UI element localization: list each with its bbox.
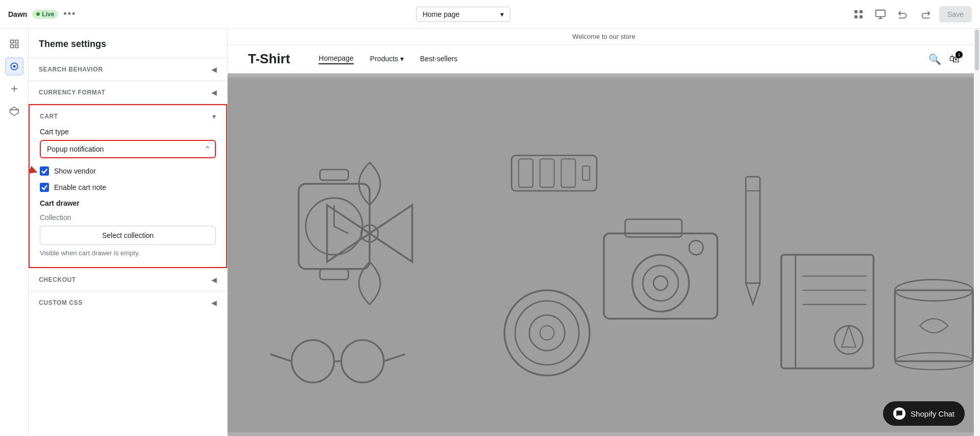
store-logo: T-Shirt (248, 51, 290, 67)
svg-rect-1 (860, 10, 863, 13)
topbar: Dawn Live ••• Home page ▾ Save (0, 0, 980, 29)
enable-cart-note-row: Enable cart note (40, 183, 216, 192)
save-button[interactable]: Save (939, 6, 972, 22)
show-vendor-checkbox[interactable] (40, 166, 49, 176)
svg-rect-5 (10, 40, 13, 43)
chat-bubble-icon (893, 407, 905, 420)
search-behavior-label: SEARCH BEHAVIOR (39, 66, 103, 73)
topbar-center: Home page ▾ (82, 7, 844, 22)
show-vendor-row: Show vendor (40, 166, 216, 176)
cart-type-select[interactable]: Popup notification Page Drawer (40, 140, 216, 158)
show-vendor-label: Show vendor (54, 167, 96, 175)
main-layout: Theme settings SEARCH BEHAVIOR ◀ CURRENC… (0, 29, 980, 436)
svg-rect-3 (860, 15, 863, 18)
more-button[interactable]: ••• (63, 9, 76, 19)
icon-rail (0, 29, 29, 436)
section-custom-css[interactable]: CUSTOM CSS ◀ (29, 292, 227, 314)
page-selector[interactable]: Home page ▾ (416, 7, 510, 22)
svg-rect-6 (15, 40, 18, 43)
chevron-down-icon: ▾ (500, 10, 504, 18)
hint-text: Visible when cart drawer is empty. (40, 249, 216, 257)
nav-right: 🔍 🛍 1 (928, 53, 960, 65)
enable-cart-note-label: Enable cart note (54, 183, 106, 191)
topbar-right: Save (850, 6, 972, 23)
cart-label: CART (40, 113, 58, 120)
preview-scrollbar[interactable] (974, 29, 980, 436)
cart-drawer-label: Cart drawer (40, 199, 216, 207)
settings-panel: Theme settings SEARCH BEHAVIOR ◀ CURRENC… (29, 29, 228, 436)
search-behavior-chevron: ◀ (211, 65, 217, 74)
grid-select-icon[interactable] (850, 6, 867, 22)
svg-rect-0 (854, 10, 857, 13)
checkout-label: CHECKOUT (39, 276, 76, 283)
enable-cart-note-checkbox[interactable] (40, 183, 49, 192)
cart-button[interactable]: 🛍 1 (949, 53, 960, 65)
page-select-value: Home page (423, 10, 459, 18)
live-label: Live (42, 11, 54, 18)
nav-products[interactable]: Products ▾ (370, 55, 404, 64)
sidebar-icon-theme-settings[interactable] (5, 57, 23, 76)
redo-button[interactable] (917, 6, 934, 23)
svg-rect-8 (15, 45, 18, 48)
panel-title: Theme settings (39, 39, 217, 50)
products-dropdown-icon: ▾ (400, 55, 404, 63)
chat-label: Shopify Chat (911, 409, 954, 418)
live-dot (36, 12, 40, 16)
checkout-chevron: ◀ (211, 276, 217, 284)
currency-format-chevron: ◀ (211, 88, 217, 96)
select-collection-button[interactable]: Select collection (40, 226, 216, 245)
search-button[interactable]: 🔍 (928, 53, 941, 65)
svg-rect-2 (854, 15, 857, 18)
svg-marker-12 (10, 107, 18, 116)
custom-css-chevron: ◀ (211, 299, 217, 307)
theme-name: Dawn (8, 10, 27, 18)
undo-button[interactable] (894, 6, 912, 23)
cart-badge: 1 (955, 51, 963, 58)
cart-section: CART ▾ Cart type Popup notification Page… (29, 104, 227, 268)
cart-chevron: ▾ (212, 112, 216, 120)
preview-area: Welcome to our store T-Shirt Homepage Pr… (228, 29, 980, 436)
section-checkout[interactable]: CHECKOUT ◀ (29, 268, 227, 292)
cart-type-select-wrapper: Popup notification Page Drawer ⌃ (40, 140, 216, 158)
sidebar-icon-layers[interactable] (5, 102, 23, 120)
chat-widget[interactable]: Shopify Chat (883, 401, 965, 426)
scrollbar-thumb (975, 30, 979, 70)
currency-format-label: CURRENCY FORMAT (39, 89, 106, 96)
nav-bestsellers[interactable]: Best-sellers (420, 55, 457, 64)
hero-image: Shopify Chat (228, 74, 980, 436)
store-banner: Welcome to our store (228, 29, 980, 45)
sidebar-icon-sections[interactable] (5, 35, 23, 53)
section-search-behavior[interactable]: SEARCH BEHAVIOR ◀ (29, 58, 227, 81)
section-currency-format[interactable]: CURRENCY FORMAT ◀ (29, 81, 227, 104)
nav-homepage[interactable]: Homepage (318, 54, 354, 64)
svg-rect-7 (10, 45, 13, 48)
svg-point-9 (13, 65, 15, 68)
cart-section-header[interactable]: CART ▾ (30, 105, 226, 128)
custom-css-label: CUSTOM CSS (39, 299, 83, 306)
svg-rect-4 (876, 10, 885, 16)
sidebar-icon-add[interactable] (5, 80, 23, 98)
cart-section-body: Cart type Popup notification Page Drawer… (30, 128, 226, 267)
panel-header: Theme settings (29, 29, 227, 58)
cart-type-label: Cart type (40, 128, 216, 136)
desktop-icon[interactable] (872, 6, 889, 23)
collection-label: Collection (40, 213, 216, 222)
live-badge: Live (32, 10, 58, 19)
store-nav: T-Shirt Homepage Products ▾ Best-sellers… (228, 45, 980, 74)
topbar-left: Dawn Live ••• (8, 9, 76, 19)
